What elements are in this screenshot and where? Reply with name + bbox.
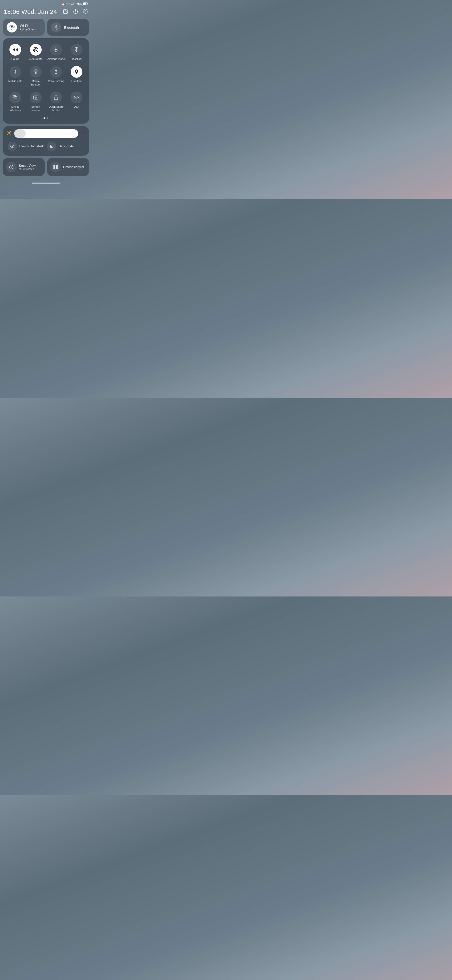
airplanemode-toggle[interactable]: Airplane mode bbox=[46, 42, 66, 63]
smart-view-label: Smart View bbox=[19, 164, 36, 167]
device-control-label: Device control bbox=[63, 165, 84, 169]
header-actions bbox=[63, 9, 88, 15]
bluetooth-icon bbox=[51, 22, 61, 32]
brightness-slider[interactable] bbox=[14, 129, 78, 138]
wifi-sublabel: Avina-Guests bbox=[20, 28, 37, 31]
eye-comfort-toggle[interactable]: A Eye comfort shield bbox=[6, 141, 46, 151]
screenrecorder-toggle[interactable]: Screen recorder bbox=[26, 90, 46, 114]
svg-point-30 bbox=[8, 132, 10, 134]
quickshare-icon bbox=[50, 92, 62, 103]
settings-button[interactable] bbox=[83, 9, 88, 15]
status-icons: ⏰ 59% bbox=[62, 2, 88, 6]
smart-view-tile[interactable]: Smart View Mirror screen bbox=[3, 158, 45, 176]
qs-grid: Sound Auto rotate bbox=[6, 42, 86, 114]
sound-icon bbox=[10, 44, 21, 56]
mobiledata-label: Mobile data bbox=[8, 80, 22, 83]
svg-rect-45 bbox=[54, 167, 56, 169]
battery-icon bbox=[83, 2, 88, 6]
svg-line-33 bbox=[8, 131, 8, 132]
svg-rect-2 bbox=[73, 3, 73, 5]
powersaving-icon bbox=[50, 66, 62, 78]
bluetooth-toggle[interactable]: Bluetooth bbox=[47, 19, 89, 36]
bluetooth-label: Bluetooth bbox=[64, 25, 79, 29]
device-control-tile[interactable]: Device control bbox=[47, 158, 89, 176]
linktowindows-toggle[interactable]: Link to Windows bbox=[6, 90, 25, 114]
mobilehotspot-toggle[interactable]: Mobile Hotspot bbox=[26, 64, 46, 88]
flashlight-toggle[interactable]: Flashlight bbox=[67, 42, 86, 63]
quick-settings-panel: Sound Auto rotate bbox=[3, 38, 89, 124]
dex-icon: DeX bbox=[71, 92, 82, 103]
svg-rect-0 bbox=[71, 5, 72, 5]
svg-line-34 bbox=[10, 134, 11, 135]
powersaving-label: Power saving bbox=[48, 80, 64, 83]
svg-point-9 bbox=[11, 29, 12, 30]
dark-mode-label: Dark mode bbox=[59, 145, 74, 148]
brightness-sun-icon bbox=[6, 130, 12, 137]
dot-2 bbox=[47, 117, 48, 119]
svg-rect-17 bbox=[35, 72, 36, 74]
brightness-fill bbox=[14, 129, 26, 138]
powersaving-toggle[interactable]: Power saving bbox=[46, 64, 66, 88]
svg-point-13 bbox=[76, 50, 77, 51]
header-row: 18:06 Wed, Jan 24 bbox=[0, 7, 92, 19]
svg-marker-42 bbox=[11, 166, 12, 168]
airplane-icon bbox=[50, 44, 62, 56]
svg-rect-23 bbox=[14, 96, 17, 99]
dex-toggle[interactable]: DeX DeX bbox=[67, 90, 86, 114]
display-settings-row: A Eye comfort shield Dark mode bbox=[6, 141, 85, 151]
svg-point-18 bbox=[35, 72, 36, 72]
quickshare-toggle[interactable]: Quick Share No one bbox=[46, 90, 66, 114]
svg-point-21 bbox=[76, 70, 77, 72]
svg-rect-12 bbox=[76, 51, 77, 52]
dark-mode-icon bbox=[47, 142, 56, 151]
bottom-tiles: Smart View Mirror screen Device control bbox=[0, 158, 92, 181]
quickshare-sublabel: No one bbox=[52, 109, 60, 111]
wifi-toggle[interactable]: Wi-Fi Avina-Guests bbox=[3, 19, 45, 36]
sound-toggle[interactable]: Sound bbox=[6, 42, 25, 63]
svg-line-38 bbox=[10, 131, 11, 132]
svg-rect-44 bbox=[56, 165, 58, 167]
wifi-label: Wi-Fi bbox=[20, 24, 37, 27]
alarm-icon: ⏰ bbox=[62, 3, 65, 6]
device-control-icon bbox=[51, 162, 61, 172]
screenrecorder-icon bbox=[30, 92, 42, 103]
svg-rect-3 bbox=[73, 2, 74, 5]
brightness-more-button[interactable]: ⋮ bbox=[81, 131, 85, 137]
svg-rect-5 bbox=[87, 3, 88, 5]
brightness-panel: ⋮ A Eye comfort shield Dark mode bbox=[3, 126, 89, 156]
quickshare-label: Quick Share bbox=[49, 105, 63, 108]
svg-rect-1 bbox=[72, 4, 73, 5]
linktowindows-label: Link to Windows bbox=[6, 105, 24, 112]
svg-line-15 bbox=[75, 47, 76, 48]
autorotate-icon bbox=[30, 44, 42, 56]
svg-point-28 bbox=[34, 96, 34, 97]
dark-mode-toggle[interactable]: Dark mode bbox=[46, 141, 85, 151]
power-button[interactable] bbox=[73, 9, 78, 15]
pagination-dots bbox=[6, 117, 86, 119]
autorotate-label: Auto rotate bbox=[29, 57, 42, 61]
mobiledata-icon bbox=[10, 66, 21, 78]
flashlight-label: Flashlight bbox=[71, 57, 82, 61]
eye-comfort-icon: A bbox=[8, 142, 17, 151]
home-indicator bbox=[32, 183, 60, 184]
svg-point-27 bbox=[35, 97, 36, 98]
svg-text:A: A bbox=[12, 146, 13, 147]
svg-point-8 bbox=[85, 11, 86, 12]
eye-comfort-label: Eye comfort shield bbox=[19, 145, 44, 148]
mobiledata-toggle[interactable]: Mobile data bbox=[6, 64, 25, 88]
location-icon bbox=[71, 66, 82, 78]
sound-label: Sound bbox=[11, 57, 19, 61]
signal-icon bbox=[71, 2, 75, 6]
svg-rect-43 bbox=[54, 165, 56, 167]
nav-bar bbox=[0, 181, 92, 188]
brightness-row: ⋮ bbox=[6, 129, 85, 138]
location-label: Location bbox=[71, 80, 81, 83]
top-toggles: Wi-Fi Avina-Guests Bluetooth bbox=[0, 19, 92, 38]
wifi-status-icon bbox=[66, 2, 70, 6]
edit-button[interactable] bbox=[63, 9, 68, 15]
flashlight-icon bbox=[71, 44, 82, 56]
battery-percent: 59% bbox=[76, 2, 82, 6]
autorotate-toggle[interactable]: Auto rotate bbox=[26, 42, 46, 63]
dot-1 bbox=[44, 117, 45, 119]
location-toggle[interactable]: Location bbox=[67, 64, 86, 88]
